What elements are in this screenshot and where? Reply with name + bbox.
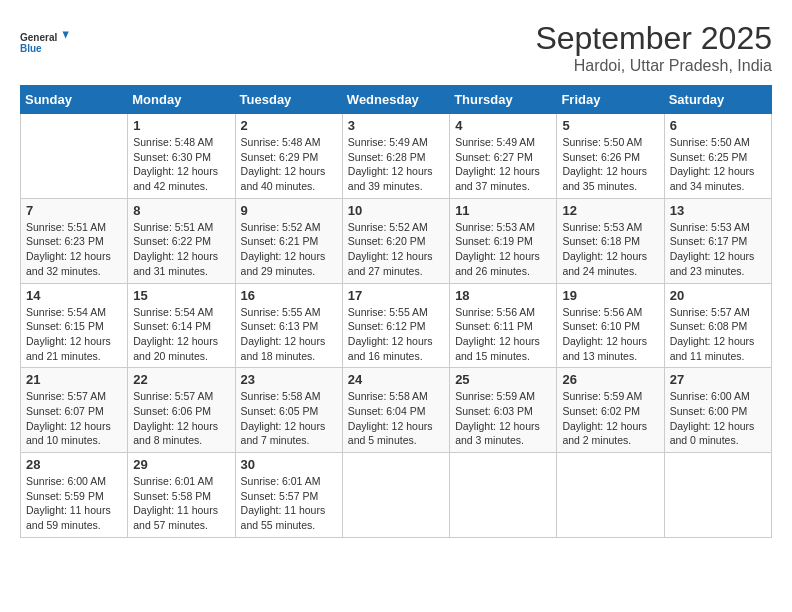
calendar-cell: 11Sunrise: 5:53 AMSunset: 6:19 PMDayligh… [450, 198, 557, 283]
dow-header: Sunday [21, 86, 128, 114]
calendar-cell: 19Sunrise: 5:56 AMSunset: 6:10 PMDayligh… [557, 283, 664, 368]
day-number: 5 [562, 118, 658, 133]
day-info: Sunrise: 5:51 AMSunset: 6:22 PMDaylight:… [133, 220, 229, 279]
day-info: Sunrise: 5:48 AMSunset: 6:30 PMDaylight:… [133, 135, 229, 194]
day-number: 26 [562, 372, 658, 387]
calendar-cell: 7Sunrise: 5:51 AMSunset: 6:23 PMDaylight… [21, 198, 128, 283]
day-number: 19 [562, 288, 658, 303]
calendar-cell: 25Sunrise: 5:59 AMSunset: 6:03 PMDayligh… [450, 368, 557, 453]
day-info: Sunrise: 5:53 AMSunset: 6:19 PMDaylight:… [455, 220, 551, 279]
calendar-cell: 8Sunrise: 5:51 AMSunset: 6:22 PMDaylight… [128, 198, 235, 283]
calendar-cell: 12Sunrise: 5:53 AMSunset: 6:18 PMDayligh… [557, 198, 664, 283]
calendar-cell: 2Sunrise: 5:48 AMSunset: 6:29 PMDaylight… [235, 114, 342, 199]
day-info: Sunrise: 6:01 AMSunset: 5:57 PMDaylight:… [241, 474, 337, 533]
calendar-cell: 5Sunrise: 5:50 AMSunset: 6:26 PMDaylight… [557, 114, 664, 199]
day-number: 20 [670, 288, 766, 303]
day-number: 13 [670, 203, 766, 218]
calendar-cell: 1Sunrise: 5:48 AMSunset: 6:30 PMDaylight… [128, 114, 235, 199]
day-number: 10 [348, 203, 444, 218]
day-number: 28 [26, 457, 122, 472]
page-header: General Blue September 2025 Hardoi, Utta… [20, 20, 772, 75]
location-subtitle: Hardoi, Uttar Pradesh, India [535, 57, 772, 75]
day-info: Sunrise: 5:54 AMSunset: 6:14 PMDaylight:… [133, 305, 229, 364]
calendar-table: SundayMondayTuesdayWednesdayThursdayFrid… [20, 85, 772, 538]
logo-svg: General Blue [20, 20, 70, 65]
calendar-cell [21, 114, 128, 199]
title-block: September 2025 Hardoi, Uttar Pradesh, In… [535, 20, 772, 75]
day-number: 30 [241, 457, 337, 472]
svg-marker-2 [63, 32, 69, 39]
day-info: Sunrise: 5:52 AMSunset: 6:21 PMDaylight:… [241, 220, 337, 279]
day-info: Sunrise: 5:58 AMSunset: 6:05 PMDaylight:… [241, 389, 337, 448]
calendar-cell: 10Sunrise: 5:52 AMSunset: 6:20 PMDayligh… [342, 198, 449, 283]
day-info: Sunrise: 5:58 AMSunset: 6:04 PMDaylight:… [348, 389, 444, 448]
svg-text:General: General [20, 32, 57, 43]
day-info: Sunrise: 5:50 AMSunset: 6:26 PMDaylight:… [562, 135, 658, 194]
day-number: 12 [562, 203, 658, 218]
day-info: Sunrise: 6:00 AMSunset: 5:59 PMDaylight:… [26, 474, 122, 533]
calendar-cell: 9Sunrise: 5:52 AMSunset: 6:21 PMDaylight… [235, 198, 342, 283]
calendar-cell: 28Sunrise: 6:00 AMSunset: 5:59 PMDayligh… [21, 453, 128, 538]
day-number: 25 [455, 372, 551, 387]
calendar-cell [342, 453, 449, 538]
calendar-cell [557, 453, 664, 538]
day-info: Sunrise: 5:55 AMSunset: 6:12 PMDaylight:… [348, 305, 444, 364]
calendar-cell: 13Sunrise: 5:53 AMSunset: 6:17 PMDayligh… [664, 198, 771, 283]
calendar-cell: 14Sunrise: 5:54 AMSunset: 6:15 PMDayligh… [21, 283, 128, 368]
day-number: 24 [348, 372, 444, 387]
logo: General Blue [20, 20, 70, 65]
day-info: Sunrise: 5:52 AMSunset: 6:20 PMDaylight:… [348, 220, 444, 279]
day-number: 17 [348, 288, 444, 303]
calendar-cell: 24Sunrise: 5:58 AMSunset: 6:04 PMDayligh… [342, 368, 449, 453]
calendar-cell: 18Sunrise: 5:56 AMSunset: 6:11 PMDayligh… [450, 283, 557, 368]
day-info: Sunrise: 5:57 AMSunset: 6:08 PMDaylight:… [670, 305, 766, 364]
day-info: Sunrise: 5:51 AMSunset: 6:23 PMDaylight:… [26, 220, 122, 279]
month-title: September 2025 [535, 20, 772, 57]
day-info: Sunrise: 5:49 AMSunset: 6:28 PMDaylight:… [348, 135, 444, 194]
calendar-cell: 4Sunrise: 5:49 AMSunset: 6:27 PMDaylight… [450, 114, 557, 199]
dow-header: Monday [128, 86, 235, 114]
calendar-cell: 23Sunrise: 5:58 AMSunset: 6:05 PMDayligh… [235, 368, 342, 453]
calendar-cell: 16Sunrise: 5:55 AMSunset: 6:13 PMDayligh… [235, 283, 342, 368]
calendar-cell: 26Sunrise: 5:59 AMSunset: 6:02 PMDayligh… [557, 368, 664, 453]
dow-header: Friday [557, 86, 664, 114]
day-info: Sunrise: 5:48 AMSunset: 6:29 PMDaylight:… [241, 135, 337, 194]
day-number: 6 [670, 118, 766, 133]
day-number: 11 [455, 203, 551, 218]
day-number: 2 [241, 118, 337, 133]
calendar-cell: 30Sunrise: 6:01 AMSunset: 5:57 PMDayligh… [235, 453, 342, 538]
day-info: Sunrise: 5:56 AMSunset: 6:11 PMDaylight:… [455, 305, 551, 364]
day-info: Sunrise: 5:50 AMSunset: 6:25 PMDaylight:… [670, 135, 766, 194]
day-number: 7 [26, 203, 122, 218]
day-info: Sunrise: 5:59 AMSunset: 6:02 PMDaylight:… [562, 389, 658, 448]
day-info: Sunrise: 5:53 AMSunset: 6:17 PMDaylight:… [670, 220, 766, 279]
dow-header: Wednesday [342, 86, 449, 114]
day-number: 15 [133, 288, 229, 303]
calendar-cell: 27Sunrise: 6:00 AMSunset: 6:00 PMDayligh… [664, 368, 771, 453]
calendar-cell: 21Sunrise: 5:57 AMSunset: 6:07 PMDayligh… [21, 368, 128, 453]
calendar-cell: 3Sunrise: 5:49 AMSunset: 6:28 PMDaylight… [342, 114, 449, 199]
day-info: Sunrise: 5:59 AMSunset: 6:03 PMDaylight:… [455, 389, 551, 448]
day-number: 1 [133, 118, 229, 133]
day-info: Sunrise: 6:00 AMSunset: 6:00 PMDaylight:… [670, 389, 766, 448]
calendar-cell: 15Sunrise: 5:54 AMSunset: 6:14 PMDayligh… [128, 283, 235, 368]
day-number: 3 [348, 118, 444, 133]
day-number: 8 [133, 203, 229, 218]
calendar-cell [450, 453, 557, 538]
calendar-cell: 29Sunrise: 6:01 AMSunset: 5:58 PMDayligh… [128, 453, 235, 538]
day-info: Sunrise: 6:01 AMSunset: 5:58 PMDaylight:… [133, 474, 229, 533]
calendar-cell: 22Sunrise: 5:57 AMSunset: 6:06 PMDayligh… [128, 368, 235, 453]
day-info: Sunrise: 5:57 AMSunset: 6:06 PMDaylight:… [133, 389, 229, 448]
day-number: 9 [241, 203, 337, 218]
dow-header: Tuesday [235, 86, 342, 114]
calendar-cell [664, 453, 771, 538]
svg-text:Blue: Blue [20, 43, 42, 54]
day-info: Sunrise: 5:54 AMSunset: 6:15 PMDaylight:… [26, 305, 122, 364]
calendar-cell: 20Sunrise: 5:57 AMSunset: 6:08 PMDayligh… [664, 283, 771, 368]
day-number: 23 [241, 372, 337, 387]
day-number: 4 [455, 118, 551, 133]
day-number: 21 [26, 372, 122, 387]
day-info: Sunrise: 5:55 AMSunset: 6:13 PMDaylight:… [241, 305, 337, 364]
day-number: 27 [670, 372, 766, 387]
day-info: Sunrise: 5:53 AMSunset: 6:18 PMDaylight:… [562, 220, 658, 279]
